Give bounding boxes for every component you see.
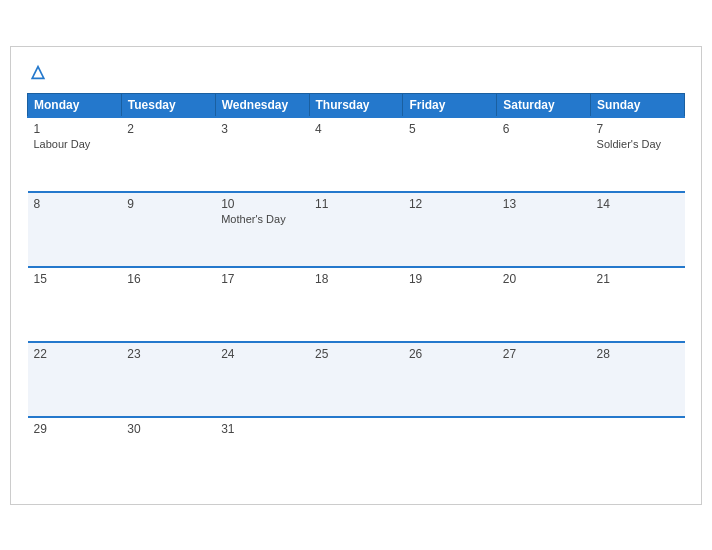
calendar-cell: 21 — [591, 267, 685, 342]
day-number: 28 — [597, 347, 679, 361]
day-number: 1 — [34, 122, 116, 136]
calendar-cell: 2 — [121, 117, 215, 192]
week-row-3: 15161718192021 — [28, 267, 685, 342]
calendar-cell: 10Mother's Day — [215, 192, 309, 267]
calendar-cell: 8 — [28, 192, 122, 267]
calendar-cell — [403, 417, 497, 492]
calendar-cell: 23 — [121, 342, 215, 417]
day-number: 26 — [409, 347, 491, 361]
day-number: 6 — [503, 122, 585, 136]
calendar-thead: MondayTuesdayWednesdayThursdayFridaySatu… — [28, 93, 685, 117]
holiday-name: Labour Day — [34, 138, 116, 150]
calendar-cell: 31 — [215, 417, 309, 492]
calendar-cell: 30 — [121, 417, 215, 492]
day-number: 30 — [127, 422, 209, 436]
calendar-cell: 6 — [497, 117, 591, 192]
calendar-cell: 28 — [591, 342, 685, 417]
calendar-cell: 11 — [309, 192, 403, 267]
logo-icon — [29, 63, 47, 81]
day-number: 17 — [221, 272, 303, 286]
calendar-cell: 3 — [215, 117, 309, 192]
weekday-header-wednesday: Wednesday — [215, 93, 309, 117]
weekday-header-monday: Monday — [28, 93, 122, 117]
weekday-header-thursday: Thursday — [309, 93, 403, 117]
day-number: 4 — [315, 122, 397, 136]
day-number: 31 — [221, 422, 303, 436]
calendar-cell: 17 — [215, 267, 309, 342]
day-number: 25 — [315, 347, 397, 361]
day-number: 24 — [221, 347, 303, 361]
weekday-header-row: MondayTuesdayWednesdayThursdayFridaySatu… — [28, 93, 685, 117]
day-number: 9 — [127, 197, 209, 211]
week-row-1: 1Labour Day234567Soldier's Day — [28, 117, 685, 192]
calendar-cell — [591, 417, 685, 492]
day-number: 16 — [127, 272, 209, 286]
calendar-cell: 27 — [497, 342, 591, 417]
calendar-cell: 24 — [215, 342, 309, 417]
calendar-header — [27, 63, 685, 81]
calendar-cell: 7Soldier's Day — [591, 117, 685, 192]
calendar-cell: 16 — [121, 267, 215, 342]
calendar-cell: 19 — [403, 267, 497, 342]
day-number: 2 — [127, 122, 209, 136]
calendar-cell: 20 — [497, 267, 591, 342]
calendar-cell — [497, 417, 591, 492]
calendar-cell: 1Labour Day — [28, 117, 122, 192]
calendar-cell: 15 — [28, 267, 122, 342]
calendar-cell: 25 — [309, 342, 403, 417]
day-number: 13 — [503, 197, 585, 211]
weekday-header-tuesday: Tuesday — [121, 93, 215, 117]
calendar-grid: MondayTuesdayWednesdayThursdayFridaySatu… — [27, 93, 685, 492]
day-number: 14 — [597, 197, 679, 211]
calendar-cell: 5 — [403, 117, 497, 192]
week-row-2: 8910Mother's Day11121314 — [28, 192, 685, 267]
day-number: 8 — [34, 197, 116, 211]
calendar-cell: 12 — [403, 192, 497, 267]
calendar-cell: 26 — [403, 342, 497, 417]
day-number: 5 — [409, 122, 491, 136]
day-number: 15 — [34, 272, 116, 286]
calendar-container: MondayTuesdayWednesdayThursdayFridaySatu… — [10, 46, 702, 505]
day-number: 29 — [34, 422, 116, 436]
calendar-cell: 22 — [28, 342, 122, 417]
calendar-cell: 9 — [121, 192, 215, 267]
day-number: 11 — [315, 197, 397, 211]
day-number: 3 — [221, 122, 303, 136]
day-number: 18 — [315, 272, 397, 286]
weekday-header-sunday: Sunday — [591, 93, 685, 117]
day-number: 19 — [409, 272, 491, 286]
day-number: 10 — [221, 197, 303, 211]
holiday-name: Mother's Day — [221, 213, 303, 225]
weekday-header-saturday: Saturday — [497, 93, 591, 117]
holiday-name: Soldier's Day — [597, 138, 679, 150]
day-number: 20 — [503, 272, 585, 286]
calendar-cell — [309, 417, 403, 492]
day-number: 7 — [597, 122, 679, 136]
weekday-header-friday: Friday — [403, 93, 497, 117]
day-number: 12 — [409, 197, 491, 211]
day-number: 27 — [503, 347, 585, 361]
week-row-5: 293031 — [28, 417, 685, 492]
week-row-4: 22232425262728 — [28, 342, 685, 417]
calendar-cell: 29 — [28, 417, 122, 492]
calendar-body: 1Labour Day234567Soldier's Day8910Mother… — [28, 117, 685, 492]
calendar-cell: 13 — [497, 192, 591, 267]
calendar-cell: 14 — [591, 192, 685, 267]
calendar-cell: 18 — [309, 267, 403, 342]
day-number: 21 — [597, 272, 679, 286]
day-number: 23 — [127, 347, 209, 361]
logo — [27, 63, 47, 81]
day-number: 22 — [34, 347, 116, 361]
calendar-cell: 4 — [309, 117, 403, 192]
